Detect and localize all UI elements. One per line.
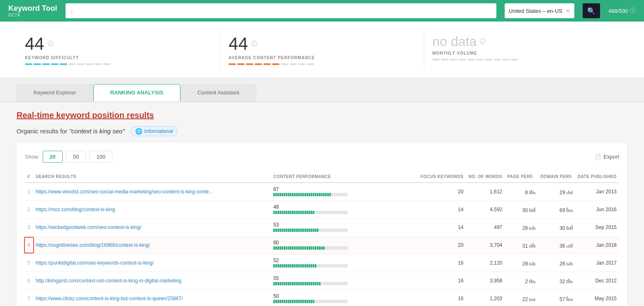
perf-segment [313,264,314,267]
perf-segment [294,211,296,214]
url-link[interactable]: http://kimgarst.com/context-not-content-… [36,278,181,284]
perf-segment [306,300,308,303]
perf-segment [346,300,348,303]
export-button[interactable]: 📄 Export [595,154,619,160]
perf-segment [296,246,298,250]
perf-segment [335,282,337,285]
perf-segment [335,193,337,196]
perf-segment [313,211,314,214]
search-icon: ⌕ [70,8,73,14]
url-link[interactable]: https://cognitiveseo.com/blog/16966/cont… [36,242,150,248]
tabs-container: Keyword ExplorerRANKING ANALYSISContent … [0,78,644,102]
perf-segment [304,229,306,232]
perf-segment [346,193,348,196]
row-words: 1,612 [466,183,505,201]
row-words: 4,592 [466,201,505,219]
metric-info-icon[interactable]: ⓘ [48,40,53,48]
perf-segment [335,246,337,250]
show-btn-20[interactable]: 20 [43,151,63,163]
perf-segment [302,211,304,214]
metric-label: MONTHLY VOLUME [433,51,619,55]
row-url[interactable]: https://wickedgoodweb.com/seo-context-is… [33,219,271,236]
mini-bar [568,298,569,301]
perf-segment [338,300,339,303]
row-url[interactable]: https://www.clickz.com/content-is-king-b… [33,290,271,306]
perf-segment [331,282,333,285]
perf-segment [296,264,298,267]
search-input[interactable]: context is king seo [76,7,492,14]
perf-segment [323,246,325,250]
row-domain-perf: 29 [538,183,575,201]
metric-info-icon[interactable]: ⓘ [251,40,257,48]
row-focus-keywords: 16 [418,272,466,290]
perf-segment [292,229,294,232]
row-content-perf: 60 [271,236,418,254]
tab-keyword-explorer[interactable]: Keyword Explorer [17,84,93,101]
mini-bar [571,191,573,194]
bar-segment [95,63,102,65]
perf-segment [304,246,306,250]
perf-segment [329,229,331,232]
perf-segment [298,264,300,267]
show-btn-50[interactable]: 50 [66,151,86,163]
show-label: Show [25,154,39,160]
perf-segment [277,282,279,285]
row-score: 60 [273,240,279,246]
usage-info-icon[interactable]: ⓘ [630,7,636,14]
perf-segment [286,246,287,250]
perf-segment [346,264,348,267]
mini-bar-chart [566,277,573,283]
perf-segment [275,300,277,303]
bar-segment [502,59,510,60]
perf-segment [325,300,327,303]
locale-clear-icon[interactable]: ✕ [566,8,570,14]
row-domain-perf: 28 [538,254,575,272]
url-link[interactable]: https://punktdigital.com/seo-keywords-co… [36,260,154,266]
perf-segment [290,193,292,196]
tab-ranking-analysis[interactable]: RANKING ANALYSIS [93,84,180,101]
realtime-heading: Real-time keyword position results [17,111,627,120]
table-row: 1 https://www.woodst.com/seo-social-medi… [25,183,619,201]
tab-content-assistant[interactable]: Content Assistant [180,84,256,101]
mini-bar [570,262,571,265]
bar-segment [237,63,245,65]
perf-segment [284,211,285,214]
perf-segment [342,264,343,267]
perf-segment [327,229,329,232]
show-btn-100[interactable]: 100 [89,151,112,163]
perf-segment [338,264,339,267]
metric-info-icon[interactable]: ⓘ [480,38,486,46]
url-link[interactable]: https://wickedgoodweb.com/seo-context-is… [36,224,141,230]
row-domain-perf: 30 [538,219,575,236]
perf-segment [288,211,289,214]
row-focus-keywords: 20 [418,183,466,201]
row-url[interactable]: https://moz.com/blog/context-is-king [33,201,271,219]
url-link[interactable]: https://www.woodst.com/seo-social-media-… [36,189,213,195]
perf-segment [333,246,335,250]
content-area: Real-time keyword position results Organ… [0,102,644,306]
row-url[interactable]: http://kimgarst.com/context-not-content-… [33,272,271,290]
mini-bar-chart [566,224,573,230]
mini-bar-chart [529,206,535,212]
perf-segment [288,246,289,250]
perf-segment [327,193,329,196]
intent-badge[interactable]: 🌐 Informational [131,126,177,136]
row-url[interactable]: https://punktdigital.com/seo-keywords-co… [33,254,271,272]
perf-segment [329,300,331,303]
bar-segment [103,63,111,65]
mini-bar [529,263,530,265]
bar-segment [433,59,440,60]
url-link[interactable]: https://www.clickz.com/content-is-king-b… [36,296,183,301]
perf-segment [290,264,292,267]
locale-selector[interactable]: United States – en-US ✕ [505,3,574,18]
row-url[interactable]: https://cognitiveseo.com/blog/16966/cont… [33,236,271,254]
perf-segment [273,229,275,232]
perf-segment [315,211,316,214]
bar-segment [25,63,32,65]
metric-card-avg-content-perf: 44 ⓘ AVERAGE CONTENT PERFORMANCE [220,30,424,69]
search-button[interactable]: 🔍 [583,3,600,18]
perf-segment [319,300,321,303]
row-url[interactable]: https://www.woodst.com/seo-social-media-… [33,183,271,201]
row-score: 67 [273,186,279,192]
url-link[interactable]: https://moz.com/blog/context-is-king [36,207,115,212]
